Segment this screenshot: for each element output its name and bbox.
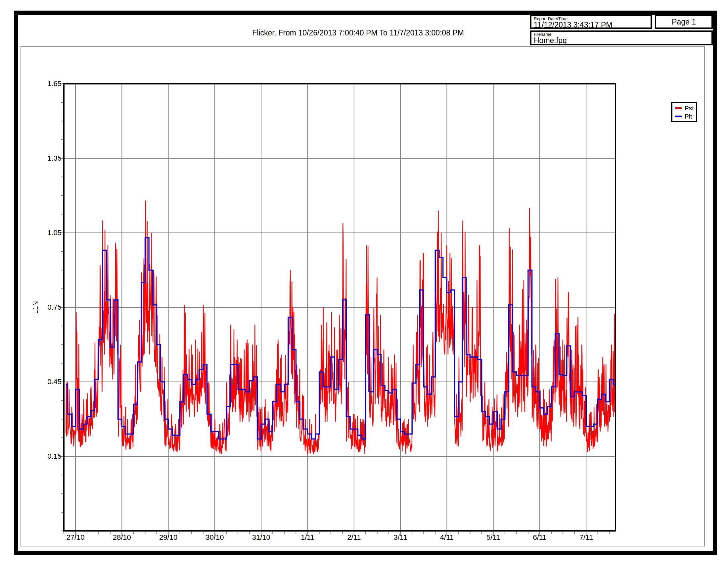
flicker-chart [0,0,728,563]
x-tick-label: 4/11 [432,533,462,542]
report-page: Report Date/Time 11/12/2013 3:43:17 PM P… [0,0,728,563]
x-tick-label: 3/11 [386,533,415,542]
chart-legend: Pst Plt [671,102,697,122]
legend-label-plt: Plt [685,113,692,119]
y-tick-label: 0.45 [40,378,62,386]
legend-item-plt: Plt [675,113,696,119]
x-tick-label: 30/10 [200,533,230,542]
y-tick-label: 0.15 [40,452,62,461]
legend-item-pst: Pst [675,105,696,111]
x-tick-label: 31/10 [246,533,276,542]
x-tick-label: 5/11 [478,533,508,542]
y-tick-label: 1.35 [40,154,62,163]
x-tick-label: 6/11 [525,533,555,542]
y-tick-label: 1.65 [40,79,62,88]
y-tick-label: 0.75 [40,303,62,312]
x-tick-label: 28/10 [107,533,137,542]
x-tick-label: 29/10 [154,533,183,542]
x-tick-label: 1/11 [293,533,323,542]
y-tick-label: 1.05 [40,228,62,237]
legend-label-pst: Pst [685,105,694,111]
x-tick-label: 27/10 [61,533,90,542]
x-tick-label: 2/11 [339,533,369,542]
plt-line-swatch [675,116,682,117]
x-tick-label: 7/11 [571,533,601,542]
pst-line-swatch [675,107,682,109]
pst-series [66,201,615,454]
